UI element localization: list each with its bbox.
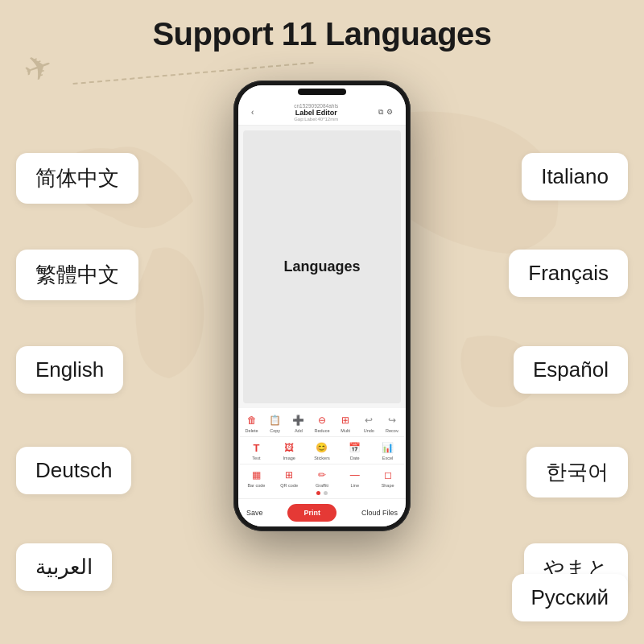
language-pill-deutsch[interactable]: Deutsch [16,447,131,494]
phone-frame: ‹ cn1529092084ahls Label Editor Gap:Labe… [233,80,411,531]
recover-label: Recov. [386,428,399,433]
dot-1 [316,491,320,495]
screen-title: Label Editor [254,109,378,117]
recover-icon: ↪ [385,413,399,427]
toolbar-delete[interactable]: 🗑 Delete [241,413,263,433]
save-button[interactable]: Save [246,509,263,517]
phone-action-bar: Save Print Cloud Files [238,498,406,526]
page-dots [240,489,404,497]
date-label: Date [350,456,360,460]
toolbar-reduce[interactable]: ⊖ Reduce [311,413,333,433]
code-id: cn1529092084ahls [254,103,378,109]
toolbar-shape[interactable]: ◻ Shape [377,468,399,488]
language-pill-english[interactable]: English [16,346,123,394]
page-title: Support 11 Languages [0,16,644,52]
shape-label: Shape [382,483,394,488]
image-icon: 🖼 [282,440,296,455]
language-pill-korean[interactable]: 한국어 [526,447,628,497]
toolbar-recover[interactable]: ↪ Recov. [381,413,403,433]
graffiti-icon: ✏ [315,468,329,482]
text-icon: T [249,440,263,455]
line-icon: — [348,468,362,482]
toolbar-stickers[interactable]: 😊 Stickers [311,440,333,460]
language-pill-italiano[interactable]: Italiano [522,153,628,200]
image-label: Image [283,456,295,460]
language-pill-espanol[interactable]: Español [514,346,628,394]
qrcode-icon: ⊞ [282,468,296,482]
multi-icon: ⊞ [338,413,353,427]
date-icon: 📅 [348,440,362,455]
add-label: Add [295,428,303,433]
language-pill-russian[interactable]: Русский [512,574,628,621]
language-pill-fanti[interactable]: 繁體中文 [16,250,138,300]
dot-2 [324,491,328,495]
airplane-decoration: ✈ [24,48,52,88]
language-pill-arabic[interactable]: العربية [16,543,112,591]
toolbar-image[interactable]: 🖼 Image [278,440,300,460]
reduce-label: Reduce [315,428,330,433]
copy-icon[interactable]: ⧉ [378,108,383,117]
undo-icon: ↩ [361,413,376,427]
toolbar-copy[interactable]: 📋 Copy [264,413,287,433]
toolbar-barcode[interactable]: ▦ Bar code [245,468,267,488]
undo-label: Undo [364,428,374,433]
qrcode-label: QR code [280,483,298,488]
cloud-files-button[interactable]: Cloud Files [361,509,398,517]
copy-label: Copy [270,428,280,433]
toolbar-divider-1 [240,436,404,437]
toolbar-row-3: ▦ Bar code ⊞ QR code ✏ Graffiti — Line [240,466,404,489]
graffiti-label: Graffiti [316,483,328,488]
toolbar-qrcode[interactable]: ⊞ QR code [278,468,300,488]
toolbar-graffiti[interactable]: ✏ Graffiti [311,468,333,488]
toolbar-date[interactable]: 📅 Date [344,440,366,460]
delete-icon: 🗑 [245,413,259,427]
phone-notch [298,89,346,95]
toolbar-line[interactable]: — Line [344,468,366,488]
stickers-label: Stickers [314,456,330,460]
shape-icon: ◻ [381,468,395,482]
excel-label: Excel [382,456,393,460]
gap-info: Gap:Label:40*12mm [254,117,378,122]
stickers-icon: 😊 [315,440,329,455]
barcode-icon: ▦ [249,468,263,482]
toolbar-row-1: 🗑 Delete 📋 Copy ➕ Add ⊖ Reduce [240,411,404,435]
multi-label: Multi [341,428,350,433]
toolbar-multi[interactable]: ⊞ Multi [334,413,357,433]
line-label: Line [351,483,359,488]
phone-screen: ‹ cn1529092084ahls Label Editor Gap:Labe… [238,85,406,526]
settings-icon[interactable]: ⚙ [386,108,393,117]
reduce-icon: ⊖ [315,413,329,427]
toolbar-text[interactable]: T Text [245,440,267,460]
add-icon: ➕ [291,413,306,427]
language-pill-francais[interactable]: Français [509,250,628,297]
toolbar-add[interactable]: ➕ Add [287,413,310,433]
canvas-area[interactable]: Languages [243,130,401,403]
barcode-label: Bar code [247,483,265,488]
toolbar-excel[interactable]: 📊 Excel [377,440,399,460]
toolbar-divider-2 [240,464,404,464]
copy-toolbar-icon: 📋 [268,413,283,427]
print-button[interactable]: Print [287,504,336,522]
phone-toolbar: 🗑 Delete 📋 Copy ➕ Add ⊖ Reduce [238,408,406,498]
text-label: Text [252,456,260,460]
language-pill-jianti[interactable]: 简体中文 [16,153,138,204]
delete-label: Delete [246,428,258,433]
canvas-title: Languages [283,258,360,275]
excel-icon: 📊 [381,440,395,455]
toolbar-row-2: T Text 🖼 Image 😊 Stickers 📅 Date [240,439,404,462]
toolbar-undo[interactable]: ↩ Undo [357,413,380,433]
phone-mockup: ‹ cn1529092084ahls Label Editor Gap:Labe… [233,80,411,531]
